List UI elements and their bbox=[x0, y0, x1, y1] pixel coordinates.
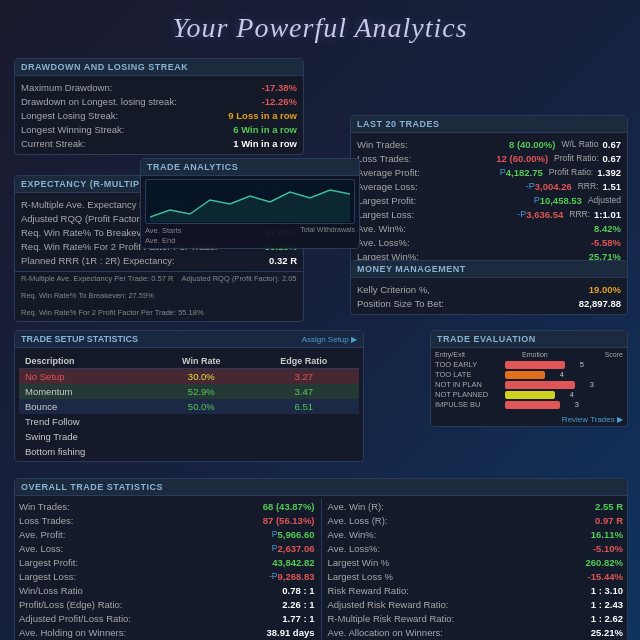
avg-loss-pct-value: -5.58% bbox=[591, 237, 621, 248]
overall-largest-loss-pct-row: Largest Loss % -15.44% bbox=[328, 569, 624, 583]
overall-largest-loss-value: 9,268.83 bbox=[278, 571, 315, 582]
avg-win-pct-value: 8.42% bbox=[594, 223, 621, 234]
rrr2-label: RRR: bbox=[578, 181, 599, 191]
overall-hold-winners-label: Ave. Holding on Winners: bbox=[19, 627, 266, 638]
overall-pnl-edge-label: Profit/Loss (Edge) Ratio: bbox=[19, 599, 282, 610]
overall-loss-value: 87 (56.13%) bbox=[263, 515, 315, 526]
overall-largest-win-pct-row: Largest Win % 260.82% bbox=[328, 555, 624, 569]
wl-ratio-label: W/L Ratio bbox=[561, 139, 598, 149]
last20-header: LAST 20 TRADES bbox=[351, 116, 627, 133]
eval-bars-container: TOO EARLY 5 TOO LATE 4 NOT IN PLAN 3 NOT… bbox=[435, 360, 623, 409]
overall-adj-pnl-value: 1.77 : 1 bbox=[282, 613, 314, 624]
overall-avg-profit-label: Ave. Profit: bbox=[19, 529, 270, 540]
loss-trades-label: Loss Trades: bbox=[357, 153, 496, 164]
avg-loss-row: Average Loss: -P 3,004.26 RRR: 1.51 bbox=[357, 179, 621, 193]
analytics-total-withdrawals: Total Withdrawals bbox=[300, 226, 355, 233]
eval-bar-fill bbox=[505, 371, 545, 379]
assign-setup-link[interactable]: Assign Setup ▶ bbox=[302, 335, 357, 344]
largest-profit-row: Largest Profit: P 10,458.53 Adjusted bbox=[357, 193, 621, 207]
eval-bar-item: NOT PLANNED 4 bbox=[435, 390, 623, 399]
drawdown-longest-label: Drawdown on Longest. losing streak: bbox=[21, 96, 262, 107]
position-size-row: Position Size To Bet: 82,897.88 bbox=[357, 296, 621, 310]
setup-nosetup-winrate: 30.0% bbox=[154, 369, 248, 385]
avg-loss-label: Average Loss: bbox=[357, 181, 522, 192]
review-trades-link[interactable]: Review Trades ▶ bbox=[431, 413, 627, 426]
avg-loss-value: 3,004.26 bbox=[535, 181, 572, 192]
setup-bottomfishing-edge bbox=[249, 444, 359, 459]
eval-bar-item: IMPULSE BU 3 bbox=[435, 400, 623, 409]
rrr2-value: 1.51 bbox=[603, 181, 622, 192]
overall-header: OVERALL TRADE STATISTICS bbox=[15, 479, 627, 496]
overall-wl-ratio-row: Win/Loss Ratio 0.78 : 1 bbox=[19, 583, 315, 597]
overall-win-trades-row: Win Trades: 68 (43.87%) bbox=[19, 499, 315, 513]
overall-avg-loss-r-row: Ave. Loss (R): 0.97 R bbox=[328, 513, 624, 527]
money-header: MONEY MANAGEMENT bbox=[351, 261, 627, 278]
setup-row-trendfollow: Trend Follow bbox=[19, 414, 359, 429]
overall-largest-profit-value: 43,842.82 bbox=[272, 557, 314, 568]
setup-nosetup-label: No Setup bbox=[19, 369, 154, 385]
longest-winning-row: Longest Winning Streak: 6 Win in a row bbox=[21, 122, 297, 136]
overall-largest-loss-row: Largest Loss: -P 9,268.83 bbox=[19, 569, 315, 583]
overall-largest-profit-row: Largest Profit: 43,842.82 bbox=[19, 555, 315, 569]
eval-bar-label: TOO LATE bbox=[435, 370, 505, 379]
overall-avg-win-pct-row: Ave. Win%: 16.11% bbox=[328, 527, 624, 541]
eval-score-label: Score bbox=[605, 351, 623, 358]
avg-loss-pct-label: Ave. Loss%: bbox=[357, 237, 591, 248]
trade-setup-header: TRADE SETUP STATISTICS Assign Setup ▶ bbox=[15, 331, 363, 348]
overall-avg-loss-label: Ave. Loss: bbox=[19, 543, 270, 554]
overall-win-label: Win Trades: bbox=[19, 501, 263, 512]
win-trades-label: Win Trades: bbox=[357, 139, 509, 150]
setup-bounce-edge: 6.51 bbox=[249, 399, 359, 414]
setup-bottomfishing-label: Bottom fishing bbox=[19, 444, 154, 459]
trade-setup-title: TRADE SETUP STATISTICS bbox=[21, 334, 138, 344]
largest-profit-label: Largest Profit: bbox=[357, 195, 530, 206]
eval-bar-label: IMPULSE BU bbox=[435, 400, 505, 409]
overall-largest-loss-pct-value: -15.44% bbox=[588, 571, 623, 582]
max-drawdown-label: Maximum Drawdown: bbox=[21, 82, 262, 93]
analytics-header: TRADE ANALYTICS bbox=[141, 159, 359, 176]
overall-risk-reward-value: 1 : 3.10 bbox=[591, 585, 623, 596]
overall-pnl-edge-value: 2.26 : 1 bbox=[282, 599, 314, 610]
adj-rrr2-value: 1:1.01 bbox=[594, 209, 621, 220]
overall-avg-loss-pct-row: Ave. Loss%: -5.10% bbox=[328, 541, 624, 555]
overall-pnl-edge-row: Profit/Loss (Edge) Ratio: 2.26 : 1 bbox=[19, 597, 315, 611]
eval-bar-item: TOO EARLY 5 bbox=[435, 360, 623, 369]
largest-loss-value: 3,636.54 bbox=[526, 209, 563, 220]
drawdown-longest-row: Drawdown on Longest. losing streak: -12.… bbox=[21, 94, 297, 108]
setup-col-description: Description bbox=[19, 354, 154, 369]
kelly-row: Kelly Criterion %, 19.00% bbox=[357, 282, 621, 296]
eval-bar-score: 3 bbox=[563, 400, 579, 409]
overall-avg-loss-value: 2,637.06 bbox=[278, 543, 315, 554]
setup-momentum-label: Momentum bbox=[19, 384, 154, 399]
setup-bottomfishing-winrate bbox=[154, 444, 248, 459]
overall-largest-loss-label: Largest Loss: bbox=[19, 571, 267, 582]
overall-loss-trades-row: Loss Trades: 87 (56.13%) bbox=[19, 513, 315, 527]
largest-loss-row: Largest Loss: -P 3,636.54 RRR: 1:1.01 bbox=[357, 207, 621, 221]
planned-rrr-row: Planned RRR (1R : 2R) Expectancy: 0.32 R bbox=[21, 253, 297, 267]
drawdown-panel: DRAWDOWN AND LOSING STREAK Maximum Drawd… bbox=[14, 58, 304, 155]
drawdown-longest-value: -12.26% bbox=[262, 96, 297, 107]
current-streak-value: 1 Win in a row bbox=[233, 138, 297, 149]
overall-alloc-winners-label: Ave. Allocation on Winners: bbox=[328, 627, 591, 638]
avg-profit-label: Average Profit: bbox=[357, 167, 496, 178]
wl-ratio-value: 0.67 bbox=[603, 139, 622, 150]
avg-loss-p: -P bbox=[526, 181, 535, 191]
setup-swingtrade-label: Swing Trade bbox=[19, 429, 154, 444]
setup-trendfollow-label: Trend Follow bbox=[19, 414, 154, 429]
expectancy-small-stats: R-Multiple Ave. Expectancy Per Trade: 0.… bbox=[15, 271, 303, 321]
longest-losing-value: 9 Loss in a row bbox=[228, 110, 297, 121]
overall-panel: OVERALL TRADE STATISTICS Win Trades: 68 … bbox=[14, 478, 628, 640]
eval-bar-fill bbox=[505, 361, 565, 369]
adj-rrr-label: Adjusted bbox=[588, 195, 621, 205]
overall-win-value: 68 (43.87%) bbox=[263, 501, 315, 512]
setup-col-winrate: Win Rate bbox=[154, 354, 248, 369]
eval-entryexit-label: Entry/Exit bbox=[435, 351, 465, 358]
eval-emotion-label: Emotion bbox=[522, 351, 548, 358]
max-drawdown-row: Maximum Drawdown: -17.38% bbox=[21, 80, 297, 94]
trade-eval-panel: TRADE EVALUATION Entry/Exit Emotion Scor… bbox=[430, 330, 628, 427]
setup-row-bottomfishing: Bottom fishing bbox=[19, 444, 359, 459]
overall-avg-loss-row: Ave. Loss: P 2,637.06 bbox=[19, 541, 315, 555]
overall-alloc-winners-value: 25.21% bbox=[591, 627, 623, 638]
setup-row-momentum: Momentum 52.9% 3.47 bbox=[19, 384, 359, 399]
overall-avg-loss-pct-value: -5.10% bbox=[593, 543, 623, 554]
